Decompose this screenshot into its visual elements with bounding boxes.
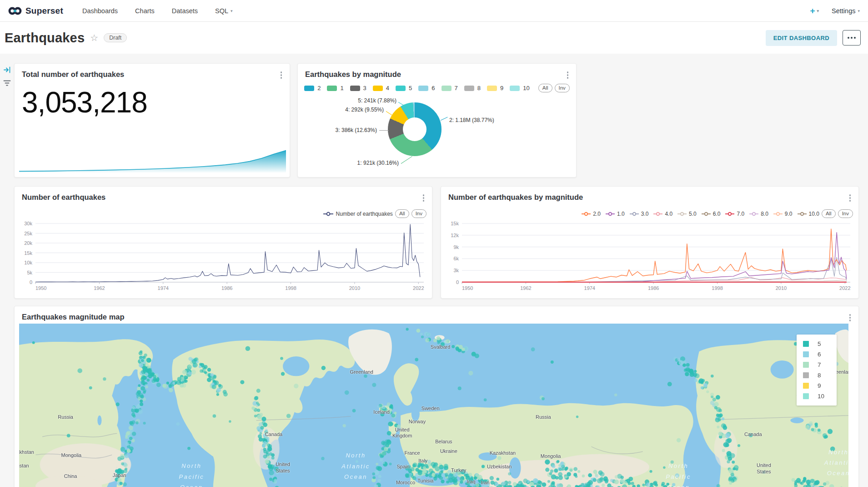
chart-kebab-menu[interactable] [848, 193, 853, 203]
svg-text:2022: 2022 [413, 285, 424, 291]
superset-infinity-icon [8, 5, 22, 17]
legend-label: 6.0 [713, 211, 721, 217]
favorite-star-icon[interactable]: ☆ [90, 32, 98, 43]
svg-text:25k: 25k [24, 231, 32, 236]
legend-item-2[interactable]: 2 [304, 85, 321, 91]
map-country-label: China [64, 473, 77, 480]
superset-logo[interactable]: Superset [8, 5, 63, 17]
legend-swatch [304, 86, 314, 91]
legend-item-1[interactable]: 1 [327, 85, 343, 91]
legend-swatch [803, 341, 809, 347]
chart-kebab-menu[interactable] [566, 70, 570, 80]
legend-item-4[interactable]: 4 [373, 85, 389, 91]
legend-item-5.0[interactable]: 5.0 [677, 211, 697, 217]
series-1.0 [462, 233, 847, 282]
chart-kebab-menu[interactable] [279, 70, 284, 80]
map-country-label: Turkey [451, 467, 466, 474]
svg-text:0: 0 [30, 279, 32, 285]
legend-item-10[interactable]: 10 [510, 85, 529, 91]
expand-filter-bar-icon[interactable] [3, 66, 11, 74]
map-country-label: Mongolia [61, 452, 82, 459]
legend-item-10.0[interactable]: 10.0 [798, 211, 819, 217]
svg-text:0: 0 [456, 279, 459, 285]
legend-all-button[interactable]: All [822, 209, 836, 218]
map-country-label: Russia [58, 414, 73, 421]
map-country-label: United States [757, 462, 771, 475]
legend-label: 1 [340, 85, 343, 91]
legend-label: 7.0 [737, 211, 744, 217]
legend-all-button[interactable]: All [538, 84, 552, 92]
legend-inv-button[interactable]: Inv [411, 209, 426, 218]
edit-dashboard-button[interactable]: EDIT DASHBOARD [766, 30, 837, 46]
chart-kebab-menu[interactable] [421, 193, 426, 203]
nav-item-sql[interactable]: SQL▾ [215, 7, 233, 15]
line-chart[interactable]: 05k10k15k20k25k30k1950196219741986199820… [18, 221, 429, 293]
donut-hole [403, 117, 426, 141]
svg-text:6k: 6k [453, 256, 459, 261]
world-map[interactable]: RussiazakhstanMongoliakistanChinaJapanPa… [19, 324, 848, 487]
line-chart[interactable]: 03k6k9k12k15k195019621974198619982010202… [445, 221, 856, 293]
nav-item-datasets[interactable]: Datasets [172, 7, 198, 15]
dashboard-grid: Total number of earthquakes 3,053,218 Ea… [0, 54, 868, 487]
svg-text:2010: 2010 [349, 285, 360, 291]
legend-item-9.0[interactable]: 9.0 [773, 211, 793, 217]
superset-dashboard-page: Superset Dashboards Charts Datasets SQL▾… [0, 0, 868, 487]
legend-inv-button[interactable]: Inv [838, 209, 853, 218]
chart-card-earthquakes-by-magnitude: Earthquakes by magnitude 21345678910AllI… [297, 63, 577, 178]
legend-label: 7 [818, 361, 821, 368]
legend-item-5[interactable]: 5 [396, 85, 412, 91]
map-ocean-label: North Pacific Ocean [666, 461, 691, 487]
nav-item-dashboards[interactable]: Dashboards [82, 7, 118, 15]
legend-item-6[interactable]: 6 [418, 85, 435, 91]
legend-item-8.0[interactable]: 8.0 [749, 211, 768, 217]
nav-item-sql-label: SQL [215, 7, 228, 15]
new-item-button[interactable]: +▾ [810, 6, 819, 16]
map-country-label: Belarus [435, 439, 452, 445]
map-ocean-label: North Pacific Ocean [179, 461, 204, 487]
map-country-label: Canada [265, 432, 283, 438]
donut-callout-2: 2: 1.18M (38.77%) [449, 117, 494, 123]
legend-inv-button[interactable]: Inv [555, 84, 570, 92]
callout-connector [379, 130, 389, 131]
legend-item-3[interactable]: 3 [350, 85, 366, 91]
chart-kebab-menu[interactable] [848, 313, 853, 323]
filter-icon[interactable] [3, 79, 11, 87]
settings-label: Settings [832, 7, 855, 15]
map-country-label: Iceland [373, 409, 389, 416]
legend-item-9[interactable]: 9 [487, 85, 503, 91]
legend-item[interactable]: Number of earthquakes [323, 211, 392, 217]
legend-label: 3 [363, 85, 366, 91]
legend-item-2.0[interactable]: 2.0 [582, 211, 601, 217]
legend-item-8[interactable]: 8 [464, 85, 481, 91]
callout-connector [401, 156, 412, 164]
more-options-button[interactable] [843, 30, 861, 46]
svg-text:1950: 1950 [35, 285, 46, 291]
nav-item-charts[interactable]: Charts [135, 7, 155, 15]
legend-all-button[interactable]: All [395, 209, 409, 218]
series-4.0 [462, 278, 847, 282]
chevron-down-icon: ▾ [817, 9, 819, 13]
legend-swatch [327, 86, 337, 91]
map-country-label: United Kingdom [392, 427, 412, 440]
legend-item-6.0[interactable]: 6.0 [702, 211, 721, 217]
legend-item-7.0[interactable]: 7.0 [725, 211, 744, 217]
map-country-label: Ukraine [440, 448, 457, 455]
map-country-label: United States [276, 462, 290, 474]
legend-item-4.0[interactable]: 4.0 [653, 211, 672, 217]
legend-label: 5.0 [689, 211, 697, 217]
line-series-marker-icon [702, 212, 711, 216]
legend-item-3.0[interactable]: 3.0 [630, 211, 649, 217]
svg-text:1974: 1974 [584, 285, 595, 291]
legend-label: 5 [818, 340, 821, 347]
status-badge: Draft [104, 33, 127, 42]
legend-item-1.0[interactable]: 1.0 [606, 211, 625, 217]
legend-label: 8.0 [761, 211, 768, 217]
map-country-label: zakhstan [19, 449, 34, 456]
legend-label: 6 [431, 85, 435, 91]
svg-text:10k: 10k [24, 260, 32, 265]
legend-item-7[interactable]: 7 [442, 85, 458, 91]
trend-sparkline [19, 147, 286, 173]
legend-swatch [396, 86, 406, 91]
page-title: Earthquakes [5, 30, 85, 46]
settings-menu[interactable]: Settings▾ [832, 7, 860, 15]
